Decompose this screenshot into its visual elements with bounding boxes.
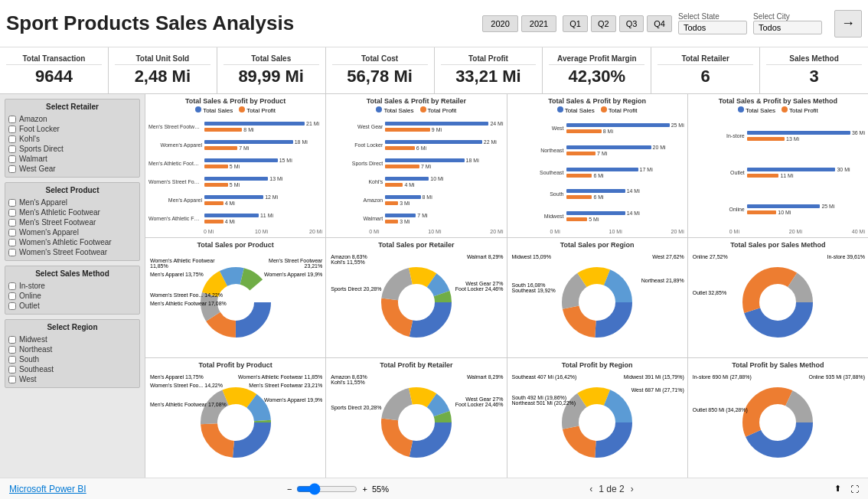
product-filter-group: Select Product Men's Apparel Men's Athle… (5, 182, 140, 261)
kpi-total-unit-sold-label: Total Unit Sold (115, 54, 210, 65)
zoom-slider[interactable] (296, 483, 357, 495)
kpi-total-transaction-value: 9644 (35, 67, 73, 86)
mens-athletic-checkbox[interactable] (8, 209, 16, 217)
online-checkbox[interactable] (8, 292, 16, 300)
x-axis-retailer: 0 Mi10 Mi20 Mi (329, 229, 503, 234)
donut-sales-method: Online 27,52% Outlet 32,85% In-store 39,… (691, 250, 865, 354)
foot-locker-checkbox[interactable] (8, 126, 16, 133)
state-label: Select State (678, 12, 747, 21)
donut-sales-product: Women's Athletic Footwear 11,85% Men's A… (148, 250, 322, 354)
bar-row: Walmart 7 Mi 3 Mi (329, 213, 503, 223)
filter-walmart[interactable]: Walmart (8, 154, 136, 164)
filter-midwest[interactable]: Midwest (8, 334, 136, 344)
state-dropdown[interactable]: Todos (678, 21, 747, 34)
outlet-checkbox[interactable] (8, 302, 16, 310)
total-profit-by-retailer-panel: Total Profit by Retailer Amazon (326, 358, 507, 478)
filter-mens-apparel[interactable]: Men's Apparel (8, 197, 136, 207)
legend-sales-dot-3 (557, 106, 563, 113)
northeast-checkbox[interactable] (8, 346, 16, 354)
kohls-checkbox[interactable] (8, 135, 16, 143)
filter-west[interactable]: West (8, 374, 136, 384)
powerbi-link[interactable]: Microsoft Power BI (9, 484, 86, 494)
filter-foot-locker[interactable]: Foot Locker (8, 124, 136, 134)
west-checkbox[interactable] (8, 376, 16, 383)
city-dropdown[interactable]: Todos (753, 21, 822, 34)
filter-mens-street[interactable]: Men's Street Footwear (8, 217, 136, 227)
state-city-filters: Select State Todos Select City Todos → (678, 10, 862, 38)
legend-sales-dot-2 (376, 106, 382, 113)
filter-amazon[interactable]: Amazon (8, 114, 136, 124)
womens-apparel-checkbox[interactable] (8, 229, 16, 236)
legend-profit-dot-4 (782, 106, 788, 113)
walmart-checkbox[interactable] (8, 155, 16, 163)
filter-southeast[interactable]: Southeast (8, 364, 136, 374)
bar-row: Outlet 30 Mi 11 Mi (691, 167, 865, 178)
year-2021-button[interactable]: 2021 (521, 15, 556, 32)
filter-northeast[interactable]: Northeast (8, 344, 136, 354)
filter-sports-direct[interactable]: Sports Direct (8, 144, 136, 154)
instore-checkbox[interactable] (8, 282, 16, 290)
filter-kohls[interactable]: Kohl's (8, 134, 136, 144)
filter-womens-apparel[interactable]: Women's Apparel (8, 227, 136, 237)
southeast-checkbox[interactable] (8, 366, 16, 373)
amazon-checkbox[interactable] (8, 116, 16, 123)
main-content: Select Retailer Amazon Foot Locker Kohl'… (0, 94, 868, 478)
year-2020-button[interactable]: 2020 (482, 15, 517, 32)
kpi-total-transaction: Total Transaction 9644 (0, 47, 109, 93)
page-next-button[interactable]: › (631, 484, 634, 494)
total-sales-por-product-title: Total Sales por Product (148, 241, 322, 249)
year-buttons: 2020 2021 (482, 15, 556, 32)
city-label: Select City (753, 12, 822, 21)
city-filter-group: Select City Todos (753, 12, 822, 34)
legend-profit-dot-2 (420, 106, 426, 113)
sales-profit-by-retailer-legend: Total Sales Total Profit (329, 106, 503, 114)
mens-street-checkbox[interactable] (8, 219, 16, 227)
bar-row: Men's Street Footwear 21 Mi 8 Mi (148, 121, 322, 132)
zoom-minus-icon[interactable]: − (287, 484, 292, 494)
kpi-total-profit-label: Total Profit (441, 54, 537, 65)
filter-west-gear[interactable]: West Gear (8, 164, 136, 174)
womens-street-checkbox[interactable] (8, 249, 16, 256)
x-axis-method: 0 Mi20 Mi40 Mi (691, 229, 865, 234)
mens-apparel-checkbox[interactable] (8, 199, 16, 207)
product-filter-title: Select Product (8, 186, 136, 194)
filter-online[interactable]: Online (8, 291, 136, 301)
quarter-q4-button[interactable]: Q4 (647, 15, 672, 32)
quarter-q1-button[interactable]: Q1 (563, 15, 588, 32)
midwest-checkbox[interactable] (8, 336, 16, 344)
filter-outlet[interactable]: Outlet (8, 301, 136, 311)
womens-athletic-checkbox[interactable] (8, 239, 16, 246)
share-icon[interactable]: ⬆ (834, 484, 841, 494)
total-sales-por-method-panel: Total Sales por Sales Method Online 27,5… (688, 238, 868, 357)
sales-method-filter-title: Select Sales Method (8, 269, 136, 278)
west-gear-checkbox[interactable] (8, 165, 16, 173)
donut-profit-product: Men's Apparel 13,75% Women's Street Foo.… (148, 370, 322, 475)
filter-mens-athletic[interactable]: Men's Athletic Footwear (8, 207, 136, 217)
legend-sales-dot (195, 106, 201, 113)
page-title: Sport Products Sales Analysis (6, 11, 482, 35)
total-sales-por-retailer-title: Total Sales por Retailer (329, 241, 503, 249)
chart-row-2: Total Sales por Product Women's (145, 238, 868, 358)
total-sales-por-region-title: Total Sales por Region (511, 241, 684, 249)
bar-row: Men's Apparel 12 Mi 4 Mi (148, 194, 322, 205)
page-prev-button[interactable]: ‹ (589, 484, 592, 494)
svg-point-23 (768, 292, 788, 312)
south-checkbox[interactable] (8, 356, 16, 364)
sales-profit-by-region-title: Total Sales & Profit by Region (511, 97, 684, 105)
filter-womens-athletic[interactable]: Women's Athletic Footwear (8, 237, 136, 247)
kpi-total-transaction-label: Total Transaction (6, 54, 102, 65)
bar-row: West 25 Mi 8 Mi (511, 122, 684, 133)
fullscreen-icon[interactable]: ⛶ (850, 484, 859, 494)
bar-row: Amazon 8 Mi 3 Mi (329, 194, 503, 205)
filter-instore[interactable]: In-store (8, 281, 136, 291)
filter-womens-street[interactable]: Women's Street Footwear (8, 247, 136, 257)
legend-sales-dot-4 (738, 106, 744, 113)
sales-profit-by-region-panel: Total Sales & Profit by Region Total Sal… (507, 94, 688, 237)
nav-arrow-button[interactable]: → (834, 10, 862, 38)
quarter-q3-button[interactable]: Q3 (619, 15, 644, 32)
total-profit-by-region-title: Total Profit by Region (511, 361, 684, 369)
quarter-q2-button[interactable]: Q2 (591, 15, 616, 32)
filter-south[interactable]: South (8, 354, 136, 364)
sports-direct-checkbox[interactable] (8, 145, 16, 153)
zoom-plus-icon[interactable]: + (362, 484, 367, 494)
